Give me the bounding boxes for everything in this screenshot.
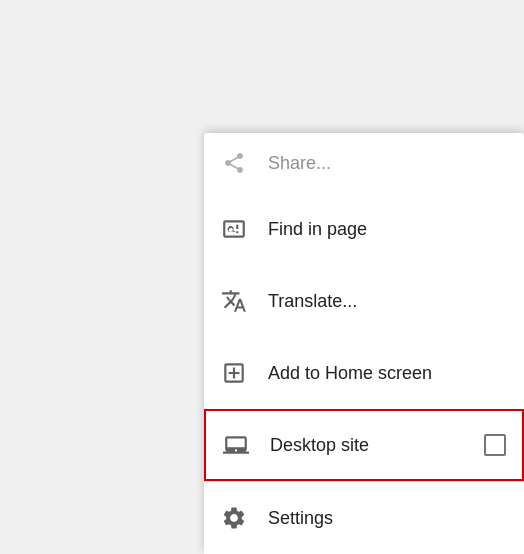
menu-item-add-to-home[interactable]: Add to Home screen <box>204 337 524 409</box>
desktop-site-label: Desktop site <box>270 435 369 456</box>
share-label: Share... <box>268 153 331 174</box>
settings-icon <box>220 504 248 532</box>
settings-label: Settings <box>268 508 333 529</box>
add-to-home-icon <box>220 359 248 387</box>
desktop-site-left: Desktop site <box>222 431 369 459</box>
menu-item-desktop-site[interactable]: Desktop site <box>204 409 524 481</box>
desktop-site-checkbox[interactable] <box>484 434 506 456</box>
translate-label: Translate... <box>268 291 357 312</box>
find-in-page-icon <box>220 215 248 243</box>
find-in-page-label: Find in page <box>268 219 367 240</box>
desktop-site-icon <box>222 431 250 459</box>
add-to-home-label: Add to Home screen <box>268 363 432 384</box>
translate-icon <box>220 287 248 315</box>
menu-item-translate[interactable]: Translate... <box>204 265 524 337</box>
share-icon <box>220 149 248 177</box>
context-menu: Share... Find in page Translate... Add t… <box>204 133 524 554</box>
menu-item-share[interactable]: Share... <box>204 133 524 193</box>
menu-item-settings[interactable]: Settings <box>204 482 524 554</box>
menu-item-find-in-page[interactable]: Find in page <box>204 193 524 265</box>
